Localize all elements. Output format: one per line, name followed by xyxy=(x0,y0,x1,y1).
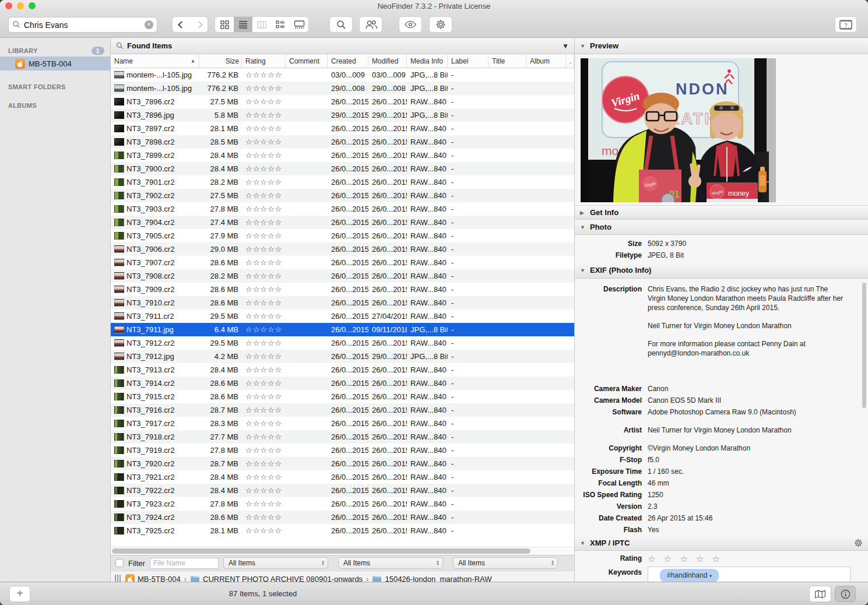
cell-rating[interactable]: ☆☆☆☆☆ xyxy=(242,325,286,334)
quicklook-button[interactable] xyxy=(399,16,422,33)
table-row[interactable]: montem-...l-105.jpg 776.2 KB ☆☆☆☆☆ 29/0.… xyxy=(111,82,574,95)
cell-rating[interactable]: ☆☆☆☆☆ xyxy=(242,500,286,508)
column-header-created[interactable]: Created xyxy=(328,54,368,68)
table-row[interactable]: NT3_7905.cr2 27.9 MB ☆☆☆☆☆ 26/0...2015 2… xyxy=(111,229,574,242)
people-button[interactable] xyxy=(359,16,382,33)
xmp-section-header[interactable]: ▼ XMP / IPTC xyxy=(575,536,868,551)
missing-preview-button[interactable]: ? xyxy=(835,16,857,33)
keyword-tag[interactable]: #handinhand ▾ xyxy=(660,569,719,582)
cell-rating[interactable]: ☆☆☆☆☆ xyxy=(242,258,286,267)
keywords-box[interactable]: #handinhand ▾ xyxy=(648,567,851,582)
cell-rating[interactable]: ☆☆☆☆☆ xyxy=(242,71,286,79)
cell-rating[interactable]: ☆☆☆☆☆ xyxy=(242,231,286,240)
filter-dropdown[interactable]: All Items ▲▼ xyxy=(453,557,558,569)
cell-rating[interactable]: ☆☆☆☆☆ xyxy=(242,84,286,93)
table-row[interactable]: NT3_7900.cr2 28.4 MB ☆☆☆☆☆ 26/0...2015 2… xyxy=(111,162,574,175)
column-header-comment[interactable]: Comment xyxy=(286,54,328,68)
table-row[interactable]: NT3_7909.cr2 28.6 MB ☆☆☆☆☆ 26/0...2015 2… xyxy=(111,283,574,296)
found-items-header[interactable]: Found Items ▼ xyxy=(111,38,574,54)
cell-rating[interactable]: ☆☆☆☆☆ xyxy=(242,138,286,146)
table-row[interactable]: NT3_7922.cr2 28.4 MB ☆☆☆☆☆ 26/0...2015 2… xyxy=(111,484,574,497)
table-row[interactable]: NT3_7902.cr2 27.5 MB ☆☆☆☆☆ 26/0...2015 2… xyxy=(111,189,574,202)
cell-rating[interactable]: ☆☆☆☆☆ xyxy=(242,164,286,173)
file-name-filter-input[interactable] xyxy=(150,558,219,569)
cell-rating[interactable]: ☆☆☆☆☆ xyxy=(242,285,286,294)
table-row[interactable]: NT3_7913.cr2 28.4 MB ☆☆☆☆☆ 26/0...2015 2… xyxy=(111,363,574,377)
cell-rating[interactable]: ☆☆☆☆☆ xyxy=(242,526,286,535)
cell-rating[interactable]: ☆☆☆☆☆ xyxy=(242,151,286,160)
table-row[interactable]: NT3_7920.cr2 28.7 MB ☆☆☆☆☆ 26/0...2015 2… xyxy=(111,457,574,470)
rating-stars[interactable]: ☆ ☆ ☆ ☆ ☆ xyxy=(648,553,868,565)
horizontal-scrollbar[interactable] xyxy=(111,547,574,555)
table-row[interactable]: NT3_7914.cr2 28.6 MB ☆☆☆☆☆ 26/0...2015 2… xyxy=(111,377,574,390)
table-row[interactable]: NT3_7910.cr2 28.6 MB ☆☆☆☆☆ 26/0...2015 2… xyxy=(111,296,574,309)
cell-rating[interactable]: ☆☆☆☆☆ xyxy=(242,406,286,414)
column-header-label[interactable]: Label xyxy=(448,54,489,68)
table-row[interactable]: NT3_7923.cr2 27.8 MB ☆☆☆☆☆ 26/0...2015 2… xyxy=(111,497,574,511)
cell-rating[interactable]: ☆☆☆☆☆ xyxy=(242,312,286,321)
column-header-name[interactable]: Name ▲ xyxy=(111,54,199,68)
cell-rating[interactable]: ☆☆☆☆☆ xyxy=(242,486,286,495)
table-row[interactable]: NT3_7896.cr2 27.5 MB ☆☆☆☆☆ 26/0...2015 2… xyxy=(111,95,574,108)
column-header-modified[interactable]: Modified xyxy=(368,54,407,68)
cell-rating[interactable]: ☆☆☆☆☆ xyxy=(242,298,286,307)
cell-rating[interactable]: ☆☆☆☆☆ xyxy=(242,339,286,347)
cover-flow-view-button[interactable] xyxy=(290,17,308,32)
table-row[interactable]: NT3_7912.jpg 4.2 MB ☆☆☆☆☆ 26/0...2015 29… xyxy=(111,350,574,363)
icon-view-button[interactable] xyxy=(215,17,234,32)
add-button[interactable]: + xyxy=(9,586,30,602)
cover-list-view-button[interactable] xyxy=(271,17,290,32)
table-row[interactable]: NT3_7919.cr2 27.8 MB ☆☆☆☆☆ 26/0...2015 2… xyxy=(111,444,574,457)
settings-button[interactable] xyxy=(429,16,452,33)
map-button[interactable] xyxy=(809,586,831,602)
filter-checkbox[interactable] xyxy=(115,559,124,567)
table-row[interactable]: NT3_7906.cr2 29.0 MB ☆☆☆☆☆ 26/0...2015 2… xyxy=(111,242,574,256)
table-row[interactable]: montem-...l-105.jpg 776.2 KB ☆☆☆☆☆ 03/0.… xyxy=(111,68,574,82)
close-window-button[interactable] xyxy=(5,2,12,9)
cell-rating[interactable]: ☆☆☆☆☆ xyxy=(242,419,286,428)
info-button[interactable] xyxy=(835,586,856,602)
cell-rating[interactable]: ☆☆☆☆☆ xyxy=(242,473,286,481)
cell-rating[interactable]: ☆☆☆☆☆ xyxy=(242,459,286,468)
table-row[interactable]: NT3_7925.cr2 28.1 MB ☆☆☆☆☆ 26/0...2015 2… xyxy=(111,524,574,537)
table-row[interactable]: NT3_7921.cr2 28.4 MB ☆☆☆☆☆ 26/0...2015 2… xyxy=(111,470,574,484)
cell-rating[interactable]: ☆☆☆☆☆ xyxy=(242,513,286,522)
column-header-extra[interactable]: . xyxy=(566,54,574,68)
cell-rating[interactable]: ☆☆☆☆☆ xyxy=(242,272,286,280)
preview-section-header[interactable]: ▼ Preview xyxy=(575,38,868,54)
scrollbar-thumb[interactable] xyxy=(112,548,530,554)
clear-search-icon[interactable]: ✕ xyxy=(145,20,153,29)
table-row[interactable]: NT3_7904.cr2 27.4 MB ☆☆☆☆☆ 26/0...2015 2… xyxy=(111,216,574,229)
back-button[interactable] xyxy=(173,17,190,32)
panel-scrollbar-thumb[interactable] xyxy=(862,283,866,408)
find-button[interactable] xyxy=(329,16,353,33)
table-row[interactable]: NT3_7911.jpg 6.4 MB ☆☆☆☆☆ 26/0...2015 09… xyxy=(111,323,574,336)
table-row[interactable]: NT3_7916.cr2 28.7 MB ☆☆☆☆☆ 26/0...2015 2… xyxy=(111,403,574,417)
filter-dropdown[interactable]: All Items ▲▼ xyxy=(338,557,443,569)
cell-rating[interactable]: ☆☆☆☆☆ xyxy=(242,218,286,227)
table-row[interactable]: NT3_7918.cr2 27.7 MB ☆☆☆☆☆ 26/0...2015 2… xyxy=(111,430,574,444)
table-row[interactable]: NT3_7912.cr2 29.5 MB ☆☆☆☆☆ 26/0...2015 2… xyxy=(111,336,574,350)
table-row[interactable]: NT3_7911.cr2 29.5 MB ☆☆☆☆☆ 26/0...2015 2… xyxy=(111,309,574,323)
cell-rating[interactable]: ☆☆☆☆☆ xyxy=(242,97,286,106)
column-header-title[interactable]: Title xyxy=(489,54,526,68)
table-row[interactable]: NT3_7917.cr2 28.3 MB ☆☆☆☆☆ 26/0...2015 2… xyxy=(111,417,574,430)
cell-rating[interactable]: ☆☆☆☆☆ xyxy=(242,365,286,374)
column-header-rating[interactable]: Rating xyxy=(242,54,286,68)
cell-rating[interactable]: ☆☆☆☆☆ xyxy=(242,432,286,441)
list-view-button[interactable] xyxy=(234,17,252,32)
table-row[interactable]: NT3_7915.cr2 28.6 MB ☆☆☆☆☆ 26/0...2015 2… xyxy=(111,390,574,403)
search-input[interactable] xyxy=(24,20,142,30)
minimize-window-button[interactable] xyxy=(17,2,24,9)
exif-section-header[interactable]: ▼ EXIF (Photo Info) xyxy=(575,262,868,279)
table-row[interactable]: NT3_7924.cr2 28.6 MB ☆☆☆☆☆ 26/0...2015 2… xyxy=(111,511,574,524)
zoom-window-button[interactable] xyxy=(29,2,36,9)
get-info-section-header[interactable]: ▶ Get Info xyxy=(575,205,868,220)
cell-rating[interactable]: ☆☆☆☆☆ xyxy=(242,111,286,119)
table-row[interactable]: NT3_7899.cr2 28.4 MB ☆☆☆☆☆ 26/0...2015 2… xyxy=(111,149,574,162)
column-header-size[interactable]: Size xyxy=(199,54,242,68)
table-row[interactable]: NT3_7903.cr2 27.8 MB ☆☆☆☆☆ 26/0...2015 2… xyxy=(111,202,574,216)
table-row[interactable]: NT3_7907.cr2 28.6 MB ☆☆☆☆☆ 26/0...2015 2… xyxy=(111,256,574,269)
photo-section-header[interactable]: ▼ Photo xyxy=(575,220,868,235)
column-view-button[interactable] xyxy=(252,17,271,32)
